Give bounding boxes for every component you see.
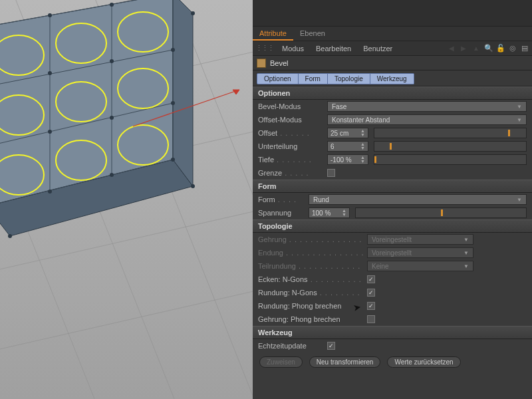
lock-icon[interactable]: 🔓 <box>496 44 505 53</box>
dropdown-offset-modus[interactable]: Konstanter Abstand▼ <box>327 114 527 125</box>
grip-icon: ⋮⋮⋮ <box>255 44 275 53</box>
attribute-menubar: ⋮⋮⋮ Modus Bearbeiten Benutzer ◀ ▶ ▲ 🔍 🔓 … <box>253 41 532 56</box>
slider-tiefe[interactable] <box>374 154 527 165</box>
svg-point-34 <box>110 173 114 177</box>
viewport-geometry <box>0 0 253 399</box>
panel-topbar <box>253 0 532 27</box>
svg-point-31 <box>171 101 175 105</box>
label-echtzeit: Echtzeitupdate <box>258 342 325 350</box>
svg-point-25 <box>48 71 52 75</box>
section-form: Form <box>253 180 532 193</box>
label-endung: Endung . . . . . . . . . . . . . . . <box>258 249 364 257</box>
dropdown-endung: Voreingestellt▼ <box>367 247 473 258</box>
spinner-icon[interactable]: ▲▼ <box>360 156 365 164</box>
tab-ebenen[interactable]: Ebenen <box>293 27 332 41</box>
menu-bearbeiten[interactable]: Bearbeiten <box>311 43 356 55</box>
label-rundung-phong: Rundung: Phong brechen <box>258 302 364 310</box>
target-icon[interactable]: ◎ <box>508 44 517 53</box>
input-offset[interactable]: 25 cm▲▼ <box>327 128 368 138</box>
svg-marker-11 <box>173 0 193 186</box>
button-neu-transformieren[interactable]: Neu transformieren <box>309 356 381 368</box>
panel-tabs: Attribute Ebenen <box>253 27 532 41</box>
tool-name: Bevel <box>270 59 289 67</box>
input-unterteilung[interactable]: 6▲▼ <box>327 141 368 152</box>
slider-unterteilung[interactable] <box>374 141 527 152</box>
tab-attribute[interactable]: Attribute <box>253 27 293 41</box>
label-rundung-ngons: Rundung: N-Gons . . . . . . . . <box>258 289 364 297</box>
chevron-down-icon: ▼ <box>517 104 522 110</box>
input-spannung[interactable]: 100 %▲▼ <box>309 207 350 218</box>
input-tiefe[interactable]: -100 %▲▼ <box>327 154 368 165</box>
chevron-down-icon: ▼ <box>464 237 469 243</box>
spinner-icon[interactable]: ▲▼ <box>360 129 365 137</box>
label-unterteilung: Unterteilung <box>258 142 325 150</box>
label-form: Form . . . . <box>258 196 306 203</box>
checkbox-grenze[interactable] <box>327 169 335 177</box>
label-gehrung-phong: Gehrung: Phong brechen <box>258 315 364 323</box>
tab-topologie[interactable]: Topologie <box>328 73 370 84</box>
svg-point-30 <box>110 116 114 120</box>
section-tabstrip: Optionen Form Topologie Werkzeug <box>253 70 532 86</box>
dropdown-bevel-modus[interactable]: Fase▼ <box>327 101 527 112</box>
cube-mesh <box>0 0 195 238</box>
chevron-down-icon: ▼ <box>464 263 469 269</box>
svg-point-36 <box>191 11 195 15</box>
nav-fwd-icon[interactable]: ▶ <box>459 45 468 52</box>
spinner-icon[interactable]: ▲▼ <box>360 142 365 150</box>
label-teilrundung: Teilrundung . . . . . . . . . . . . <box>258 262 364 270</box>
checkbox-rundung-ngons[interactable] <box>367 289 375 297</box>
section-optionen: Optionen <box>253 86 532 100</box>
svg-point-38 <box>8 234 12 238</box>
label-spannung: Spannung <box>258 209 306 217</box>
nav-up-icon[interactable]: ▲ <box>471 45 481 52</box>
spinner-icon[interactable]: ▲▼ <box>342 209 346 217</box>
dropdown-teilrundung: Keine▼ <box>367 261 473 271</box>
menu-icon[interactable]: ▤ <box>520 44 529 53</box>
label-offset: Offset . . . . . . <box>258 129 325 137</box>
chevron-down-icon: ▼ <box>517 197 522 203</box>
svg-point-37 <box>191 184 195 188</box>
menu-modus[interactable]: Modus <box>277 43 309 55</box>
menu-benutzer[interactable]: Benutzer <box>358 43 397 55</box>
section-topologie: Topologie <box>253 219 532 233</box>
svg-point-35 <box>171 158 175 162</box>
svg-point-21 <box>48 13 52 17</box>
label-grenze: Grenze . . . . . <box>258 169 325 177</box>
svg-point-29 <box>48 130 52 134</box>
svg-line-4 <box>0 279 253 366</box>
svg-point-22 <box>110 3 114 7</box>
attribute-panel: Attribute Ebenen ⋮⋮⋮ Modus Bearbeiten Be… <box>253 0 532 399</box>
bevel-tool-icon <box>257 59 266 68</box>
label-ecken-ngons: Ecken: N-Gons . . . . . . . . . . <box>258 275 364 283</box>
svg-point-33 <box>48 190 52 194</box>
label-bevel-modus: Bevel-Modus <box>258 102 325 110</box>
tab-optionen[interactable]: Optionen <box>257 73 299 84</box>
dropdown-form[interactable]: Rund▼ <box>309 194 527 205</box>
label-gehrung: Gehrung . . . . . . . . . . . . . . <box>258 235 364 243</box>
search-icon[interactable]: 🔍 <box>484 44 493 53</box>
chevron-down-icon: ▼ <box>517 117 522 123</box>
label-tiefe: Tiefe . . . . . . . <box>258 156 325 164</box>
chevron-down-icon: ▼ <box>464 250 469 256</box>
checkbox-echtzeit[interactable] <box>327 342 335 350</box>
svg-point-26 <box>110 59 114 63</box>
button-zuweisen: Zuweisen <box>259 356 303 368</box>
dropdown-gehrung: Voreingestellt▼ <box>367 234 473 245</box>
checkbox-gehrung-phong[interactable] <box>367 315 375 323</box>
viewport-3d[interactable] <box>0 0 253 399</box>
tab-form[interactable]: Form <box>299 73 328 84</box>
slider-spannung[interactable] <box>355 207 527 218</box>
checkbox-rundung-phong[interactable] <box>367 302 375 310</box>
button-werte-zuruecksetzen[interactable]: Werte zurücksetzen <box>387 356 460 368</box>
checkbox-ecken-ngons[interactable] <box>367 275 375 283</box>
svg-point-27 <box>171 48 175 52</box>
section-werkzeug: Werkzeug <box>253 326 532 339</box>
label-offset-modus: Offset-Modus <box>258 116 325 124</box>
nav-back-icon[interactable]: ◀ <box>447 45 456 52</box>
tool-header: Bevel <box>253 56 532 70</box>
slider-offset[interactable] <box>374 128 527 138</box>
tab-werkzeug[interactable]: Werkzeug <box>370 73 414 84</box>
